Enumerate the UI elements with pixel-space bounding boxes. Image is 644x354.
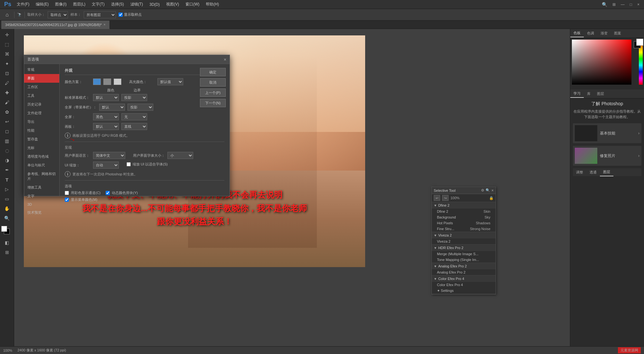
tab-swatches[interactable]: 色板 (570, 29, 584, 37)
sample-size-select[interactable]: 取样点 (48, 11, 68, 18)
dialog-sidebar-units[interactable]: 单位与标尺 (24, 161, 59, 170)
menu-filter[interactable]: 滤镜(T) (128, 1, 146, 8)
path-selection-tool[interactable]: ▷ (2, 185, 12, 194)
gradient-tool[interactable]: ▥ (2, 136, 12, 145)
lang-select[interactable]: 简体中文 (93, 152, 125, 159)
tab-pattern[interactable]: 图案 (611, 30, 624, 37)
prev-button[interactable]: 上一个(P) (200, 88, 226, 97)
tab-layers2[interactable]: 图层 (600, 168, 613, 176)
crop-tool[interactable]: ⊡ (2, 69, 12, 78)
selective-search-icon[interactable]: 🔍 (486, 188, 490, 192)
tab-tone[interactable]: 色调 (584, 30, 597, 37)
color-picker-area[interactable] (570, 38, 644, 89)
full-menu-select[interactable]: 默认 (99, 104, 125, 111)
text-tool[interactable]: T (2, 175, 12, 184)
move-tool[interactable]: ✛ (2, 30, 12, 39)
selective-btn1[interactable]: ↩ (434, 195, 440, 201)
active-tab[interactable]: 345b8263dd23072014a0909422f111c7.jpg @ 1… (1, 21, 110, 29)
dialog-sidebar-techpreview[interactable]: 技术预览 (24, 208, 59, 217)
menu-layer[interactable]: 图层(L) (71, 1, 88, 8)
ui-scale-select[interactable]: 自动 (93, 162, 119, 169)
tab-learn[interactable]: 学习 (570, 90, 584, 98)
next-button[interactable]: 下一个(N) (200, 99, 226, 107)
lasso-tool[interactable]: ⌘ (2, 50, 12, 59)
option2-checkbox[interactable] (106, 191, 110, 195)
tab-library[interactable]: 库 (584, 90, 594, 98)
dialog-sidebar-transparency[interactable]: 透明度与色域 (24, 152, 59, 161)
hand-tool[interactable]: ✋ (2, 204, 12, 213)
dialog-close-button[interactable]: × (224, 57, 226, 62)
fit-chars-checkbox[interactable] (127, 162, 131, 166)
ok-button[interactable]: 确定 (200, 68, 226, 76)
selective-settings-icon[interactable]: ⚙ (481, 188, 484, 192)
hdr-item-2[interactable]: Tone Mapping (Single Im... (432, 257, 496, 263)
dialog-sidebar-performance[interactable]: 性能 (24, 126, 59, 135)
analog-item-1[interactable]: Analog Efex Pro 2 (432, 269, 496, 275)
highlight-color-select[interactable]: 默认值 (157, 78, 183, 85)
dialog-sidebar-type[interactable]: 文字 (24, 192, 59, 200)
learn-card-basic[interactable]: 基本技能 › (573, 123, 641, 143)
dfine-section-header[interactable]: ▼ Dfine 2 (432, 202, 496, 209)
tab-through[interactable]: 透通 (586, 169, 600, 176)
zoom-tool[interactable]: 🔍 (2, 214, 12, 223)
menu-window[interactable]: 窗口(W) (183, 1, 202, 8)
dialog-sidebar-scratch[interactable]: 暂存盘 (24, 135, 59, 144)
option3-checkbox[interactable] (65, 198, 69, 202)
fg-swatch[interactable] (636, 39, 643, 46)
hdr-header[interactable]: ▼ HDR Efex Pro 2 (432, 245, 496, 251)
dodge-tool[interactable]: ◑ (2, 156, 12, 165)
selection-tool[interactable]: ⬚ (2, 40, 12, 49)
tab-close-button[interactable]: × (104, 23, 106, 26)
minimize-button[interactable]: — (619, 2, 627, 7)
stamp-tool[interactable]: ✿ (2, 107, 12, 116)
eyedropper-icon[interactable]: 🔭 (17, 13, 22, 17)
selective-close-button[interactable]: × (491, 188, 494, 193)
fg-color-swatch[interactable] (1, 226, 7, 232)
canvas-border-select[interactable]: 直线 (121, 123, 147, 130)
analog-header[interactable]: ▼ Analog Efex Pro 2 (432, 263, 496, 269)
healing-tool[interactable]: ✚ (2, 88, 12, 97)
option1-checkbox[interactable] (65, 191, 69, 195)
search-button[interactable]: 🔍 (600, 2, 609, 7)
history-brush-tool[interactable]: ↩ (2, 117, 12, 126)
color-scheme-gray[interactable] (103, 79, 111, 85)
dialog-sidebar-export[interactable]: 导出 (24, 117, 59, 126)
std-screen-border-select[interactable]: 投影 (121, 94, 147, 101)
show-sample-area[interactable]: 显示取样点 (118, 12, 142, 17)
color-gradient-box[interactable] (572, 40, 631, 85)
dialog-sidebar-tools[interactable]: 工具 (24, 91, 59, 100)
color-swatches[interactable] (1, 226, 13, 238)
color-efex-item-2[interactable]: ✦ Settings (432, 288, 496, 294)
dfine-item-4[interactable]: Fine Stru... Strong Noise (432, 226, 496, 232)
show-sample-checkbox[interactable] (118, 13, 123, 17)
dialog-sidebar-history[interactable]: 历史记录 (24, 100, 59, 109)
full-menu-border-select[interactable]: 投影 (128, 104, 153, 111)
color-efex-header[interactable]: ▼ Color Efex Pro 4 (432, 275, 496, 282)
magic-wand-tool[interactable]: ✦ (2, 59, 12, 68)
dialog-sidebar-3d[interactable]: 3D (24, 200, 59, 208)
tab-layers[interactable]: 图层 (594, 90, 607, 98)
menu-image[interactable]: 图像(I) (52, 1, 69, 8)
sample-select[interactable]: 所有图层 (84, 11, 116, 18)
dialog-sidebar-general[interactable]: 常规 (24, 65, 59, 74)
menu-edit[interactable]: 编辑(E) (33, 1, 51, 8)
full-screen-border-select[interactable]: 无 (121, 113, 147, 120)
hdr-item-1[interactable]: Merge (Multiple Image S... (432, 251, 496, 257)
dfine-item-2[interactable]: Background Sky (432, 214, 496, 220)
dialog-sidebar-plugins[interactable]: 增效工具 (24, 183, 59, 192)
blur-tool[interactable]: ◌ (2, 146, 12, 155)
full-screen-select[interactable]: 黑色 (93, 113, 119, 120)
eyedropper-tool[interactable]: 🖊 (2, 79, 12, 88)
quick-mask-tool[interactable]: ◧ (2, 238, 12, 247)
dialog-sidebar-filehandling[interactable]: 文件处理 (24, 109, 59, 117)
menu-select[interactable]: 选择(S) (109, 1, 127, 8)
screen-mode-tool[interactable]: ⊞ (2, 248, 12, 257)
dialog-sidebar-workspace[interactable]: 工作区 (24, 83, 59, 91)
dialog-sidebar-cursor[interactable]: 光标 (24, 144, 59, 152)
menu-help[interactable]: 帮助(H) (203, 1, 222, 8)
color-scheme-light[interactable] (114, 79, 121, 85)
std-screen-select[interactable]: 默认 (93, 94, 119, 101)
menu-view[interactable]: 视图(V) (164, 1, 182, 8)
menu-text[interactable]: 文字(T) (89, 1, 107, 8)
brush-tool[interactable]: 🖌 (2, 98, 12, 107)
